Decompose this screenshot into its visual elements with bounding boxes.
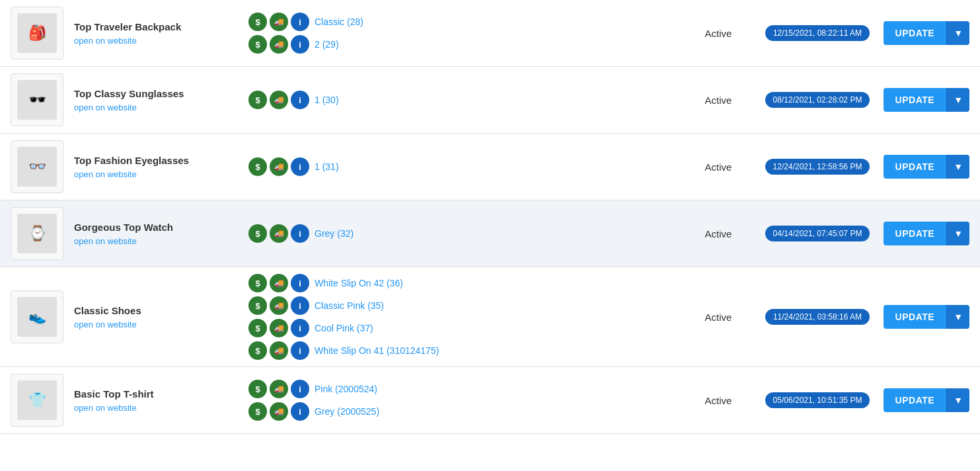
product-variants: $🚚i1 (30) xyxy=(242,91,685,109)
status-badge: Active xyxy=(685,95,751,106)
variant-row: $🚚iGrey (32) xyxy=(248,224,679,243)
table-row: 🕶️Top Classy Sunglassesopen on website$🚚… xyxy=(0,67,980,134)
truck-icon[interactable]: 🚚 xyxy=(270,13,288,31)
product-image-icon: 👕 xyxy=(17,380,57,420)
variant-row: $🚚i1 (31) xyxy=(248,157,679,176)
info-icon[interactable]: i xyxy=(291,341,309,360)
product-date: 11/24/2021, 03:58:16 AM xyxy=(751,309,884,325)
variant-label: Grey (2000525) xyxy=(315,406,379,417)
product-info: Gorgeous Top Watchopen on website xyxy=(63,222,242,246)
truck-icon[interactable]: 🚚 xyxy=(270,157,288,176)
date-badge: 04/14/2021, 07:45:07 PM xyxy=(765,226,870,241)
update-dropdown-button[interactable]: ▼ xyxy=(946,222,969,245)
info-icon[interactable]: i xyxy=(291,296,309,315)
product-website-link[interactable]: open on website xyxy=(74,320,137,329)
product-image-icon: 🎒 xyxy=(17,13,57,53)
product-actions: UPDATE▼ xyxy=(884,155,969,179)
info-icon[interactable]: i xyxy=(291,380,309,398)
info-icon[interactable]: i xyxy=(291,13,309,31)
info-icon[interactable]: i xyxy=(291,91,309,109)
table-row: ⌚Gorgeous Top Watchopen on website$🚚iGre… xyxy=(0,200,980,267)
variant-label: Pink (2000524) xyxy=(315,384,377,394)
table-row: 🎒Top Traveler Backpackopen on website$🚚i… xyxy=(0,0,980,67)
dollar-icon[interactable]: $ xyxy=(248,157,267,176)
update-dropdown-button[interactable]: ▼ xyxy=(946,305,969,329)
variant-label: Classic Pink (35) xyxy=(315,300,384,311)
dollar-icon[interactable]: $ xyxy=(248,402,267,421)
product-variants: $🚚iPink (2000524)$🚚iGrey (2000525) xyxy=(242,380,685,421)
dollar-icon[interactable]: $ xyxy=(248,224,267,243)
info-icon[interactable]: i xyxy=(291,402,309,421)
product-image: 👓 xyxy=(11,140,63,193)
product-image-icon: ⌚ xyxy=(17,214,57,253)
product-website-link[interactable]: open on website xyxy=(74,169,137,179)
truck-icon[interactable]: 🚚 xyxy=(270,341,288,360)
update-dropdown-button[interactable]: ▼ xyxy=(946,21,969,45)
dollar-icon[interactable]: $ xyxy=(248,296,267,315)
dollar-icon[interactable]: $ xyxy=(248,274,267,292)
date-badge: 05/06/2021, 10:51:35 PM xyxy=(765,392,870,408)
update-button[interactable]: UPDATE xyxy=(884,21,947,45)
dollar-icon[interactable]: $ xyxy=(248,91,267,109)
variant-row: $🚚i1 (30) xyxy=(248,91,679,109)
truck-icon[interactable]: 🚚 xyxy=(270,224,288,243)
info-icon[interactable]: i xyxy=(291,35,309,54)
product-name: Top Classy Sunglasses xyxy=(74,88,235,99)
variant-label: White Slip On 42 (36) xyxy=(315,278,403,288)
date-badge: 12/15/2021, 08:22:11 AM xyxy=(765,25,870,41)
product-website-link[interactable]: open on website xyxy=(74,36,137,46)
truck-icon[interactable]: 🚚 xyxy=(270,35,288,54)
update-button[interactable]: UPDATE xyxy=(884,88,947,112)
truck-icon[interactable]: 🚚 xyxy=(270,380,288,398)
update-button[interactable]: UPDATE xyxy=(884,388,947,412)
product-name: Basic Top T-shirt xyxy=(74,388,235,400)
product-date: 12/15/2021, 08:22:11 AM xyxy=(751,25,884,41)
update-dropdown-button[interactable]: ▼ xyxy=(946,88,969,112)
product-name: Top Traveler Backpack xyxy=(74,21,235,32)
product-website-link[interactable]: open on website xyxy=(74,403,137,413)
variant-row: $🚚iClassic (28) xyxy=(248,13,679,31)
variant-row: $🚚iCool Pink (37) xyxy=(248,319,679,337)
product-variants: $🚚iWhite Slip On 42 (36)$🚚iClassic Pink … xyxy=(242,274,685,360)
table-row: 👓Top Fashion Eyeglassesopen on website$🚚… xyxy=(0,134,980,200)
table-row: 👕Basic Top T-shirtopen on website$🚚iPink… xyxy=(0,367,980,434)
update-button[interactable]: UPDATE xyxy=(884,305,947,329)
product-variants: $🚚iClassic (28)$🚚i2 (29) xyxy=(242,13,685,54)
update-button[interactable]: UPDATE xyxy=(884,222,947,245)
truck-icon[interactable]: 🚚 xyxy=(270,296,288,315)
info-icon[interactable]: i xyxy=(291,224,309,243)
product-actions: UPDATE▼ xyxy=(884,88,969,112)
dollar-icon[interactable]: $ xyxy=(248,380,267,398)
product-website-link[interactable]: open on website xyxy=(74,103,137,112)
variant-label: 1 (30) xyxy=(315,95,339,105)
dollar-icon[interactable]: $ xyxy=(248,35,267,54)
product-date: 05/06/2021, 10:51:35 PM xyxy=(751,392,884,408)
dollar-icon[interactable]: $ xyxy=(248,341,267,360)
info-icon[interactable]: i xyxy=(291,157,309,176)
update-button[interactable]: UPDATE xyxy=(884,155,947,179)
update-dropdown-button[interactable]: ▼ xyxy=(946,388,969,412)
product-info: Top Traveler Backpackopen on website xyxy=(63,21,242,46)
product-image: 🎒 xyxy=(11,7,63,60)
truck-icon[interactable]: 🚚 xyxy=(270,274,288,292)
product-list: 🎒Top Traveler Backpackopen on website$🚚i… xyxy=(0,0,980,434)
update-dropdown-button[interactable]: ▼ xyxy=(946,155,969,179)
truck-icon[interactable]: 🚚 xyxy=(270,402,288,421)
truck-icon[interactable]: 🚚 xyxy=(270,319,288,337)
variant-label: Classic (28) xyxy=(315,17,363,27)
product-image: 👟 xyxy=(11,290,63,343)
product-website-link[interactable]: open on website xyxy=(74,236,137,246)
variant-label: Cool Pink (37) xyxy=(315,323,373,333)
info-icon[interactable]: i xyxy=(291,319,309,337)
truck-icon[interactable]: 🚚 xyxy=(270,91,288,109)
status-badge: Active xyxy=(685,228,751,239)
variant-row: $🚚iClassic Pink (35) xyxy=(248,296,679,315)
product-name: Top Fashion Eyeglasses xyxy=(74,155,235,166)
product-date: 04/14/2021, 07:45:07 PM xyxy=(751,226,884,241)
variant-label: Grey (32) xyxy=(315,228,354,239)
info-icon[interactable]: i xyxy=(291,274,309,292)
dollar-icon[interactable]: $ xyxy=(248,319,267,337)
dollar-icon[interactable]: $ xyxy=(248,13,267,31)
product-variants: $🚚iGrey (32) xyxy=(242,224,685,243)
variant-row: $🚚iWhite Slip On 41 (310124175) xyxy=(248,341,679,360)
